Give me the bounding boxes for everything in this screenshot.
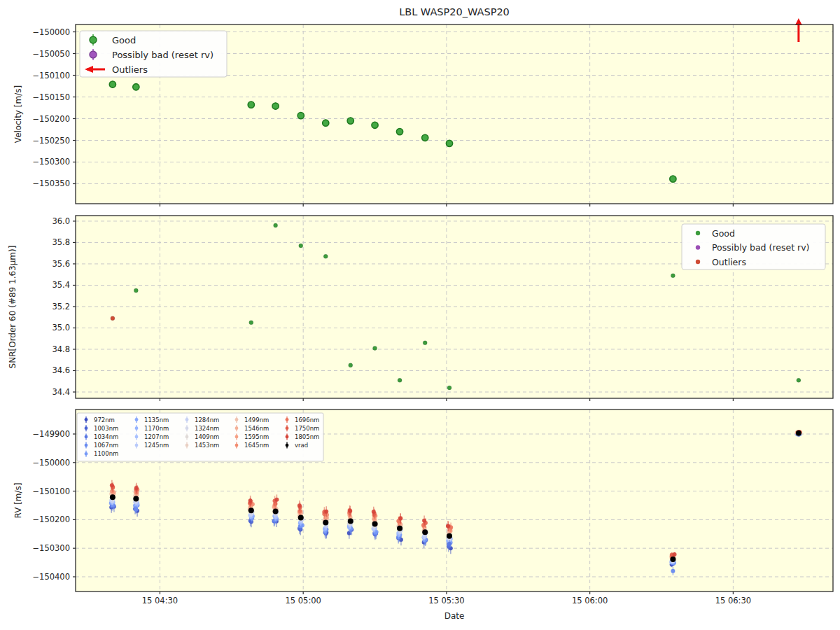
rv-ytick-label: −150200	[32, 514, 70, 524]
snr-legend-marker	[696, 245, 700, 249]
rv-point-vrad	[133, 496, 139, 502]
rv-point-vrad	[397, 526, 402, 531]
snr-legend-label: Possibly bad (reset rv)	[712, 242, 809, 253]
legend-marker-good	[90, 36, 97, 43]
snr-point-good	[299, 244, 303, 248]
velocity-ytick-label: −150300	[32, 157, 70, 167]
velocity-point-good	[396, 129, 402, 135]
rv-point-1805nm	[398, 517, 402, 521]
rv-point-1805nm	[673, 552, 677, 556]
snr-point-good	[349, 363, 353, 368]
panel-rv	[73, 410, 833, 594]
rv-point-1805nm	[134, 486, 139, 490]
velocity-point-good	[298, 113, 304, 119]
x-tick-label: 15 05:00	[285, 596, 321, 606]
rv-legend-label: 1003nm	[94, 425, 118, 432]
rv-legend-label: 1034nm	[94, 433, 118, 440]
snr-point-good	[797, 378, 801, 382]
rv-legend-marker-1003nm	[85, 426, 88, 430]
velocity-point-good	[670, 176, 676, 182]
rv-legend-label: 1067nm	[94, 442, 118, 449]
rv-legend-label: 1135nm	[144, 416, 169, 424]
velocity-ytick-label: −150100	[32, 71, 70, 80]
velocity-ytick-label: −150200	[32, 114, 70, 124]
rv-point-vrad	[348, 518, 354, 524]
snr-point-good	[398, 378, 402, 382]
rv-extra-point	[671, 569, 675, 573]
snr-ytick-label: 34.8	[52, 344, 70, 354]
velocity-point-good	[272, 103, 279, 109]
rv-point-1805nm	[372, 510, 376, 514]
rv-point-1805nm	[348, 509, 352, 513]
rv-point-vrad	[447, 533, 452, 539]
rv-legend-marker-1034nm	[85, 435, 88, 439]
velocity-point-good	[347, 118, 354, 124]
rv-ytick-label: −150400	[32, 572, 70, 582]
velocity-point-good	[323, 120, 329, 126]
velocity-point-good	[248, 102, 254, 108]
rv-point-vrad	[323, 519, 328, 525]
rv-point-vrad	[248, 507, 254, 513]
rv-extra-point	[447, 542, 451, 546]
rv-y-axis-title: RV [m/s]	[13, 482, 23, 518]
rv-legend-marker-1067nm	[85, 444, 88, 447]
rv-legend-marker-1805nm	[286, 435, 289, 439]
rv-legend-marker-1245nm	[135, 444, 139, 447]
rv-legend-label: 1409nm	[195, 433, 219, 440]
snr-ytick-label: 35.2	[52, 302, 70, 312]
rv-legend-marker-1546nm	[235, 426, 239, 430]
velocity-ytick-label: −150050	[32, 49, 70, 59]
snr-ytick-label: 36.0	[52, 216, 70, 226]
snr-point-good	[274, 223, 278, 227]
rv-point-1805nm	[110, 483, 114, 487]
rv-legend-marker-1409nm	[186, 435, 189, 439]
snr-point-outlier	[111, 316, 115, 321]
rv-legend-label: 1546nm	[244, 425, 269, 432]
snr-ytick-label: 35.8	[52, 237, 70, 247]
rv-legend-label: 1453nm	[195, 442, 219, 449]
chart-canvas: LBL WASP20_WASP20−150000−150050−150100−1…	[0, 0, 840, 630]
rv-legend-marker-1100nm	[85, 452, 88, 456]
rv-legend-marker-972nm	[85, 418, 88, 421]
rv-point-vrad	[110, 494, 115, 500]
rv-point-1805nm	[274, 498, 279, 502]
rv-ytick-label: −150000	[32, 458, 70, 468]
velocity-point-good	[446, 140, 452, 146]
rv-point-vrad	[372, 522, 378, 527]
snr-ytick-label: 35.0	[52, 323, 70, 332]
snr-legend-marker	[696, 231, 700, 235]
rv-legend-label: 1284nm	[195, 416, 219, 424]
rv-extra-point	[134, 507, 138, 512]
rv-legend-marker-1207nm	[135, 435, 139, 439]
rv-point-vrad	[796, 430, 802, 436]
rv-legend-marker-1499nm	[235, 418, 239, 421]
rv-legend-label: 1595nm	[244, 433, 269, 440]
rv-legend-label: 972nm	[94, 416, 115, 424]
snr-ytick-label: 34.4	[52, 387, 70, 397]
rv-legend-label: 1805nm	[295, 433, 319, 440]
legend-marker-possibly-bad-reset-rv-	[90, 51, 97, 58]
snr-point-good	[373, 346, 377, 350]
rv-point-vrad	[298, 515, 304, 521]
rv-legend-label: vrad	[295, 442, 308, 449]
rv-legend-label: 1207nm	[144, 433, 169, 440]
snr-point-good	[249, 321, 253, 325]
rv-legend-label: 1324nm	[195, 425, 219, 432]
velocity-legend-label: Outliers	[112, 64, 148, 75]
x-tick-label: 15 04:30	[142, 596, 178, 606]
rv-legend-marker-1135nm	[135, 418, 139, 421]
x-tick-label: 15 06:00	[572, 596, 608, 606]
snr-ytick-label: 35.4	[52, 280, 70, 290]
snr-y-axis-title: SNR[Order 60 (#89 1.63μm)]	[8, 246, 18, 369]
snr-ytick-label: 34.6	[52, 365, 70, 375]
rv-legend-label: 1170nm	[144, 425, 169, 432]
velocity-legend-label: Good	[112, 35, 136, 46]
rv-legend-marker-1645nm	[235, 444, 239, 447]
snr-legend-label: Outliers	[712, 257, 746, 267]
rv-point-vrad	[422, 529, 428, 535]
rv-point-vrad	[670, 556, 676, 562]
rv-legend-label: 1645nm	[244, 442, 269, 449]
rv-point-1805nm	[422, 519, 426, 523]
snr-point-good	[134, 288, 138, 293]
rv-legend-marker-1324nm	[186, 426, 189, 430]
